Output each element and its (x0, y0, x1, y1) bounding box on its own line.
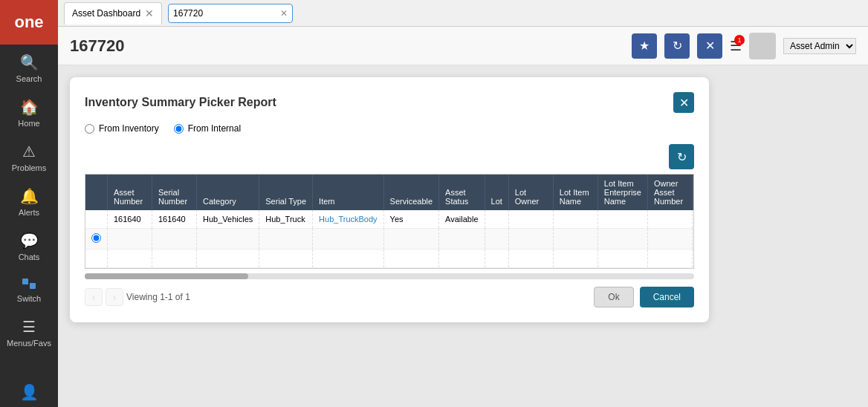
row2-category (197, 229, 259, 250)
refresh-icon: ↻ (673, 39, 682, 53)
row1-category: Hub_Vehicles (197, 210, 259, 229)
star-button[interactable]: ★ (632, 33, 657, 59)
app-logo[interactable]: one (0, 0, 58, 45)
table-refresh-icon: ↻ (677, 150, 687, 164)
modal-close-button[interactable]: ✕ (673, 92, 694, 113)
data-table-wrap: AssetNumber SerialNumber Category Serial… (85, 174, 694, 269)
modal-title: Inventory Summary Picker Report (85, 96, 276, 109)
row3-category (197, 250, 259, 268)
user-select[interactable]: Asset Admin (783, 38, 856, 54)
row3-select[interactable] (85, 250, 108, 268)
sidebar-item-search-label: Search (16, 74, 42, 83)
row1-serial-number: 161640 (152, 210, 197, 229)
star-icon: ★ (639, 39, 650, 53)
sidebar-item-home[interactable]: 🏠 Home (0, 89, 58, 134)
sidebar-item-chats[interactable]: 💬 Chats (0, 223, 58, 267)
bell-icon: 🔔 (20, 187, 39, 205)
row3-owner-asset-number (647, 250, 692, 268)
row3-serial-number (152, 250, 197, 268)
row2-asset-number (108, 229, 152, 250)
sidebar-item-home-label: Home (18, 119, 39, 128)
row1-serial-type: Hub_Truck (259, 210, 313, 229)
row1-owner-asset-number (647, 210, 692, 229)
tab-asset-dashboard[interactable]: Asset Dashboard ✕ (64, 2, 162, 25)
cancel-button[interactable]: Cancel (640, 287, 694, 307)
pagination-row: ‹ › Viewing 1-1 of 1 Ok Cancel (85, 287, 694, 307)
home-icon: 🏠 (20, 98, 39, 116)
sidebar-item-alerts-label: Alerts (19, 208, 39, 217)
sidebar-item-search[interactable]: 🔍 Search (0, 45, 58, 89)
main-area: Asset Dashboard ✕ ✕ 167720 ★ ↻ ✕ ☰ 1 Ass… (58, 0, 868, 407)
radio-from-inventory-input[interactable] (85, 124, 94, 134)
sidebar-item-menus[interactable]: ☰ Menus/Favs (0, 309, 58, 354)
row3-item (313, 250, 383, 268)
col-category: Category (197, 175, 259, 210)
modal-card: Inventory Summary Picker Report ✕ From I… (70, 77, 709, 322)
col-serial-number: SerialNumber (152, 175, 197, 210)
close-button[interactable]: ✕ (697, 33, 722, 59)
row2-serial-number (152, 229, 197, 250)
menu-icon: ☰ (22, 318, 36, 336)
radio-from-internal-label: From Internal (188, 123, 241, 134)
table-row: crea (85, 229, 694, 250)
menu-button[interactable]: ☰ 1 (730, 38, 742, 54)
col-serial-type: Serial Type (259, 175, 313, 210)
scrollbar-thumb[interactable] (85, 273, 248, 279)
radio-row: From Inventory From Internal (85, 123, 694, 134)
col-serviceable: Serviceable (383, 175, 438, 210)
row1-asset-status: Available (439, 210, 485, 229)
tab-search-clear-icon[interactable]: ✕ (280, 8, 288, 19)
col-select (85, 175, 108, 210)
search-icon: 🔍 (20, 53, 39, 71)
svg-rect-1 (30, 283, 36, 289)
col-owner-asset-number: OwnerAssetNumber (647, 175, 692, 210)
row2-lot-owner (508, 229, 553, 250)
row2-radio[interactable] (91, 233, 101, 243)
radio-from-inventory-label: From Inventory (99, 123, 159, 134)
sidebar-item-user[interactable]: 👤 (0, 374, 58, 407)
row1-select[interactable] (85, 210, 108, 229)
row1-serviceable: Yes (383, 210, 438, 229)
tab-search-bar[interactable]: ✕ (168, 4, 293, 23)
row1-item[interactable]: Hub_TruckBody (313, 210, 383, 229)
row2-select[interactable] (85, 229, 108, 250)
row1-asset-number: 161640 (108, 210, 152, 229)
chat-icon: 💬 (20, 232, 39, 250)
warning-icon: ⚠ (22, 143, 36, 160)
refresh-button[interactable]: ↻ (664, 33, 690, 59)
col-item: Item (313, 175, 383, 210)
scrollbar-track[interactable] (85, 273, 694, 279)
row2-lot (485, 229, 508, 250)
sidebar-item-alerts[interactable]: 🔔 Alerts (0, 178, 58, 223)
sidebar-item-switch-label: Switch (17, 294, 41, 303)
col-lot-item-name: Lot ItemName (553, 175, 597, 210)
row1-lot-owner (508, 210, 553, 229)
data-table: AssetNumber SerialNumber Category Serial… (85, 175, 694, 268)
tab-bar: Asset Dashboard ✕ ✕ (58, 0, 868, 27)
sidebar-item-switch[interactable]: Switch (0, 267, 58, 309)
scrollbar-row[interactable] (85, 273, 694, 279)
header-row: 167720 ★ ↻ ✕ ☰ 1 Asset Admin (58, 27, 868, 65)
radio-from-internal-input[interactable] (174, 124, 184, 134)
tab-search-input[interactable] (173, 8, 277, 19)
table-row: true (85, 250, 694, 268)
tab-asset-dashboard-close[interactable]: ✕ (145, 7, 154, 19)
table-row: 161640 161640 Hub_Vehicles Hub_Truck Hub… (85, 210, 694, 229)
col-lot-owner: LotOwner (508, 175, 553, 210)
radio-from-internal[interactable]: From Internal (174, 123, 241, 134)
prev-page-button[interactable]: ‹ (85, 288, 103, 306)
pagination-info: Viewing 1-1 of 1 (126, 292, 190, 302)
modal-close-icon: ✕ (679, 96, 689, 110)
row2-owner-auxiliary-key (692, 229, 694, 250)
table-refresh-button[interactable]: ↻ (669, 144, 694, 169)
row1-lot-item-enterprise-name (597, 210, 647, 229)
content-area: Inventory Summary Picker Report ✕ From I… (58, 65, 868, 407)
row1-lot (485, 210, 508, 229)
col-asset-status: AssetStatus (439, 175, 485, 210)
radio-from-inventory[interactable]: From Inventory (85, 123, 159, 134)
row3-owner-auxiliary-key (692, 250, 694, 268)
next-page-button[interactable]: › (106, 288, 123, 306)
ok-button[interactable]: Ok (594, 287, 633, 307)
sidebar-item-problems[interactable]: ⚠ Problems (0, 134, 58, 178)
logo-text: one (14, 13, 43, 32)
